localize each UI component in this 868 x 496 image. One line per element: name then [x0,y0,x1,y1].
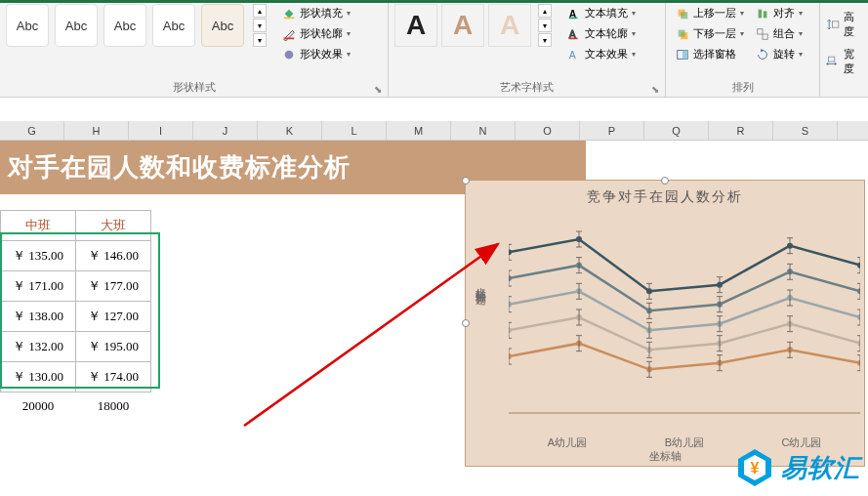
table-cell[interactable]: ￥ 195.00 [76,332,151,362]
align-button[interactable]: 对齐▾ [752,4,806,22]
chart-y-axis-label[interactable]: 坐标轴标题 [474,278,488,288]
column-header[interactable]: L [322,121,387,140]
svg-point-27 [509,275,512,281]
shape-style-gallery[interactable]: Abc Abc Abc Abc Abc ▴ ▾ ▾ [6,4,267,47]
svg-point-38 [857,314,860,320]
chart-title[interactable]: 竞争对手在园人数分析 [466,181,864,210]
chevron-down-icon: ▾ [632,29,636,38]
text-outline-icon: A [567,27,581,41]
resize-handle[interactable] [462,319,470,327]
wordart-thumb[interactable]: A [441,4,484,47]
svg-point-39 [509,327,512,333]
fee-table: 中班 大班 ￥ 135.00￥ 146.00 ￥ 171.00￥ 177.00 … [0,210,151,421]
column-header[interactable]: Q [644,121,709,140]
shape-outline-dropdown[interactable]: 形状轮廓 ▾ [278,24,354,43]
gallery-up-button[interactable]: ▴ [253,4,267,18]
text-fill-dropdown[interactable]: A 文本填充 ▾ [563,4,640,22]
svg-text:¥: ¥ [751,460,760,476]
gallery-more-button[interactable]: ▾ [253,33,267,47]
column-header[interactable]: H [64,121,129,140]
shape-effects-dropdown[interactable]: 形状效果 ▾ [278,45,354,63]
resize-handle[interactable] [661,177,669,185]
chevron-down-icon: ▾ [347,50,351,59]
svg-point-21 [509,249,512,255]
send-backward-button[interactable]: 下移一层▾ [672,24,748,43]
table-cell[interactable]: ￥ 146.00 [76,241,151,271]
column-header[interactable]: I [129,121,193,140]
chart-object[interactable]: 竞争对手在园人数分析 坐标轴标题 A幼儿园 B幼儿园 C幼儿园 坐标轴 [465,180,865,467]
shape-style-thumb[interactable]: Abc [103,4,146,47]
bring-forward-button[interactable]: 上移一层▾ [672,4,748,22]
selection-pane-icon [676,48,689,62]
svg-text:A: A [569,48,576,60]
text-outline-label: 文本轮廓 [585,26,628,41]
width-field[interactable]: 宽度 [826,47,861,76]
group-shape-styles: Abc Abc Abc Abc Abc ▴ ▾ ▾ 形状填充 ▾ [0,0,389,97]
chevron-down-icon: ▾ [347,9,351,18]
wordart-thumb[interactable]: A [394,4,437,47]
column-header[interactable]: N [451,121,516,140]
column-header[interactable]: G [0,121,64,140]
shape-style-thumb[interactable]: Abc [55,4,98,47]
column-header[interactable]: K [258,121,322,140]
height-field[interactable]: 高度 [826,10,861,39]
table-cell[interactable]: ￥ 132.00 [1,332,76,362]
column-header[interactable]: R [709,121,773,140]
group-wordart-styles: A A A ▴ ▾ ▾ A 文本填充 ▾ A 文本轮廓 ▾ [389,0,666,97]
text-effects-dropdown[interactable]: A 文本效果 ▾ [563,45,640,63]
effects-icon [282,48,296,62]
group-button[interactable]: 组合▾ [752,24,806,43]
svg-point-26 [857,263,860,269]
column-header[interactable]: M [387,121,451,140]
table-cell[interactable]: ￥ 127.00 [76,302,151,332]
dialog-launcher-icon[interactable]: ⬊ [651,84,659,95]
table-cell[interactable]: 18000 [76,393,151,421]
column-header[interactable]: O [516,121,580,140]
chevron-down-icon: ▾ [632,9,636,18]
send-backward-icon [676,27,689,41]
table-cell[interactable]: ￥ 138.00 [1,302,76,332]
svg-point-50 [857,360,860,366]
worksheet-area[interactable]: 对手在园人数和收费标准分析 中班 大班 ￥ 135.00￥ 146.00 ￥ 1… [0,141,868,492]
wordart-thumb[interactable]: A [488,4,531,47]
gallery-nav: ▴ ▾ ▾ [538,4,552,47]
chart-plot-area[interactable] [509,220,860,415]
shape-style-thumb[interactable]: Abc [201,4,244,47]
gallery-down-button[interactable]: ▾ [253,19,267,32]
table-cell[interactable]: ￥ 174.00 [76,362,151,393]
gallery-up-button[interactable]: ▴ [538,4,552,18]
text-effects-label: 文本效果 [585,47,628,62]
column-header[interactable]: S [773,121,838,140]
column-header[interactable]: J [193,121,258,140]
table-cell[interactable]: 20000 [1,393,76,421]
table-cell[interactable]: ￥ 135.00 [1,241,76,271]
height-icon [826,18,840,31]
shape-style-thumb[interactable]: Abc [6,4,49,47]
rotate-button[interactable]: 旋转▾ [752,45,806,63]
resize-handle[interactable] [462,177,470,185]
table-header[interactable]: 大班 [76,211,151,241]
svg-point-32 [857,288,860,294]
dialog-launcher-icon[interactable]: ⬊ [374,84,382,95]
text-outline-dropdown[interactable]: A 文本轮廓 ▾ [563,24,640,43]
svg-point-33 [509,302,512,308]
column-header[interactable]: P [580,121,644,140]
svg-rect-6 [569,37,578,39]
table-cell[interactable]: ￥ 171.00 [1,271,76,302]
selection-pane-button[interactable]: 选择窗格 [672,45,748,63]
svg-rect-4 [569,17,578,19]
x-tick-label: A幼儿园 [509,435,626,450]
shape-style-thumb[interactable]: Abc [152,4,195,47]
table-cell[interactable]: ￥ 177.00 [76,271,151,302]
shape-outline-label: 形状轮廓 [300,26,343,41]
gallery-more-button[interactable]: ▾ [538,33,552,47]
group-label-arrange: 排列 [672,78,813,95]
text-fill-icon: A [567,7,581,21]
wordart-gallery[interactable]: A A A ▴ ▾ ▾ [394,4,552,47]
shape-fill-dropdown[interactable]: 形状填充 ▾ [278,4,354,22]
logo-icon: ¥ [734,447,775,488]
gallery-down-button[interactable]: ▾ [538,19,552,32]
svg-rect-17 [763,34,767,39]
table-cell[interactable]: ￥ 130.00 [1,362,76,393]
table-header[interactable]: 中班 [1,211,76,241]
